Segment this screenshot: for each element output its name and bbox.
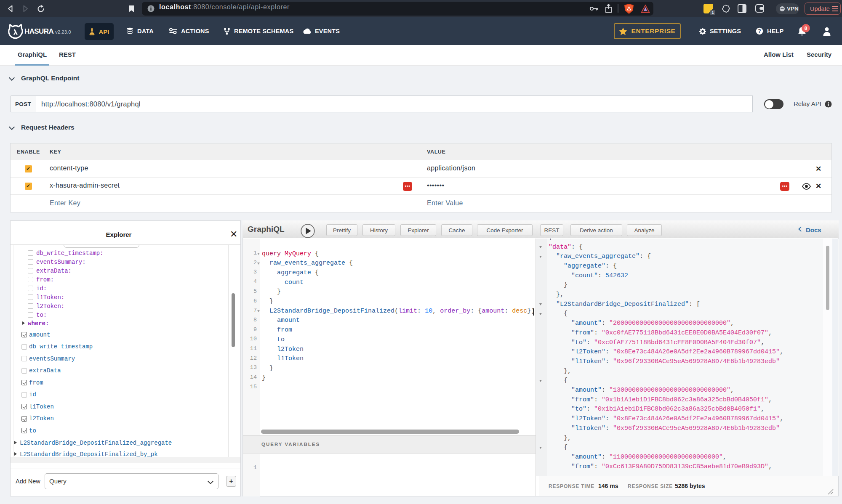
svg-text:?: ?: [758, 28, 761, 34]
